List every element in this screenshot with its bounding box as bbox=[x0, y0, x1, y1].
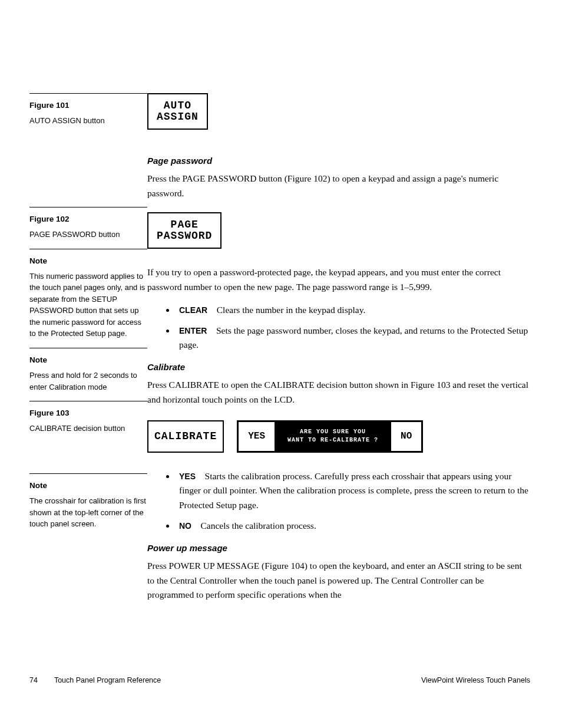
page-password-button: PAGE PASSWORD bbox=[147, 212, 222, 249]
list-item: YES Starts the calibration process. Care… bbox=[176, 469, 530, 513]
confirm-message: ARE YOU SURE YOU WANT TO RE-CALIBRATE ? bbox=[275, 422, 391, 451]
figure-label: Figure 101 bbox=[29, 100, 147, 111]
no-option: NO bbox=[391, 422, 421, 451]
lcd-text: ASSIGN bbox=[157, 111, 199, 123]
term: ENTER bbox=[179, 326, 207, 335]
figure-caption-text: PAGE PASSWORD button bbox=[29, 229, 147, 241]
note-crosshair: Note The crosshair for calibration is fi… bbox=[29, 473, 147, 538]
note-password: Note This numeric password applies to th… bbox=[29, 249, 147, 348]
paragraph: Press the PAGE PASSWORD button (Figure 1… bbox=[147, 172, 530, 201]
figure-label: Figure 102 bbox=[29, 213, 147, 225]
heading-power-up: Power up message bbox=[147, 543, 530, 553]
calibrate-button: CALIBRATE bbox=[147, 420, 224, 453]
yes-option: YES bbox=[239, 422, 275, 451]
figure-caption-text: CALIBRATE decision button bbox=[29, 423, 147, 434]
calibrate-prompt: YES ARE YOU SURE YOU WANT TO RE-CALIBRAT… bbox=[237, 420, 423, 453]
paragraph: If you try to open a password-protected … bbox=[147, 265, 530, 295]
note-title: Note bbox=[29, 354, 147, 366]
note-title: Note bbox=[29, 480, 147, 492]
term: NO bbox=[179, 521, 191, 531]
footer-right-text: ViewPoint Wireless Touch Panels bbox=[421, 676, 530, 684]
note-text: The crosshair for calibration is first s… bbox=[29, 495, 147, 530]
term-text: Sets the page password number, closes th… bbox=[179, 325, 528, 350]
term: YES bbox=[179, 472, 196, 481]
paragraph: Press CALIBRATE to open the CALIBRATE de… bbox=[147, 378, 530, 407]
note-text: This numeric password applies to the tou… bbox=[29, 271, 147, 340]
term-text: Cancels the calibration process. bbox=[201, 521, 316, 531]
figure-102-caption: Figure 102 PAGE PASSWORD button bbox=[29, 207, 147, 249]
list-item: CLEAR Clears the number in the keypad di… bbox=[176, 303, 530, 318]
page-password-bullets: CLEAR Clears the number in the keypad di… bbox=[176, 303, 530, 353]
page-footer: 74 Touch Panel Program Reference ViewPoi… bbox=[29, 676, 530, 684]
term: CLEAR bbox=[179, 305, 207, 315]
lcd-text: PASSWORD bbox=[157, 230, 212, 242]
lcd-text: CALIBRATE bbox=[154, 430, 217, 442]
note-title: Note bbox=[29, 255, 147, 267]
term-text: Starts the calibration process. Carefull… bbox=[179, 471, 528, 510]
footer-left-text: Touch Panel Program Reference bbox=[54, 676, 161, 684]
list-item: NO Cancels the calibration process. bbox=[176, 519, 530, 533]
heading-page-password: Page password bbox=[147, 156, 530, 166]
term-text: Clears the number in the keypad display. bbox=[217, 305, 366, 315]
calibrate-bullets: YES Starts the calibration process. Care… bbox=[176, 469, 530, 533]
paragraph: Press POWER UP MESSAGE (Figure 104) to o… bbox=[147, 559, 530, 602]
note-text: Press and hold for 2 seconds to enter Ca… bbox=[29, 370, 147, 393]
page-number: 74 bbox=[29, 676, 38, 684]
figure-label: Figure 103 bbox=[29, 407, 147, 419]
lcd-text: PAGE bbox=[171, 219, 199, 230]
calibrate-decision-graphic: CALIBRATE YES ARE YOU SURE YOU WANT TO R… bbox=[147, 420, 530, 453]
figure-caption-text: AUTO ASSIGN button bbox=[29, 115, 147, 127]
heading-calibrate: Calibrate bbox=[147, 362, 530, 372]
list-item: ENTER Sets the page password number, clo… bbox=[176, 324, 530, 353]
auto-assign-button: AUTO ASSIGN bbox=[147, 93, 208, 130]
figure-101-caption: Figure 101 AUTO ASSIGN button bbox=[29, 93, 147, 135]
figure-103-caption: Figure 103 CALIBRATE decision button bbox=[29, 401, 147, 443]
lcd-text: AUTO bbox=[164, 100, 191, 111]
note-calibration-hold: Note Press and hold for 2 seconds to ent… bbox=[29, 348, 147, 401]
